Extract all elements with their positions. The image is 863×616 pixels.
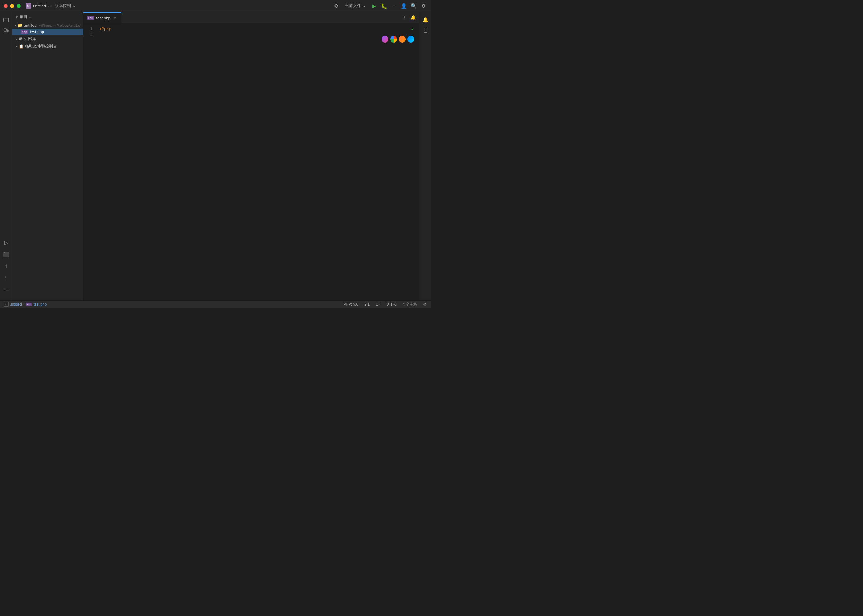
structure-view-button[interactable] bbox=[1, 25, 11, 36]
folder-icon bbox=[3, 17, 9, 22]
debug-button[interactable]: 🐛 bbox=[380, 2, 388, 10]
test-php-label: test.php bbox=[30, 30, 44, 34]
chrome-icon[interactable] bbox=[390, 36, 397, 42]
indent-status[interactable]: 4 个空格 bbox=[402, 302, 418, 307]
more-actions-button[interactable]: ⋯ bbox=[390, 2, 398, 10]
root-folder-icon: 📁 bbox=[17, 23, 22, 28]
terminal-button[interactable]: ⬛ bbox=[1, 249, 11, 260]
more-tools-button[interactable]: ⋯ bbox=[1, 284, 11, 295]
project-tree: ▾ 📁 untitled ~/PhpstormProjects/untitled… bbox=[12, 22, 83, 300]
project-header-chevron: ⌄ bbox=[29, 15, 32, 19]
maximize-button[interactable] bbox=[17, 4, 20, 8]
git-button[interactable]: ⑂ bbox=[1, 273, 11, 283]
titlebar-right: ⚙ 当前文件 ⌄ ▶ 🐛 ⋯ 👤 🔍 ⚙ bbox=[332, 2, 428, 10]
titlebar: U untitled ⌄ 版本控制 ⌄ ⚙ 当前文件 ⌄ ▶ 🐛 ⋯ 👤 🔍 ⚙ bbox=[0, 0, 432, 12]
tab-php-badge: php bbox=[87, 16, 94, 20]
php-version-status[interactable]: PHP: 5.6 bbox=[342, 302, 359, 306]
main-layout: ▷ ⬛ ℹ ⑂ ⋯ ▾ 项目 ⌄ ▾ 📁 untitled ~/Phpstorm… bbox=[0, 12, 432, 300]
database-button[interactable]: 🗄 bbox=[420, 25, 431, 36]
php-badge: php bbox=[21, 30, 28, 34]
run-panel-button[interactable]: ▷ bbox=[1, 237, 11, 248]
svg-rect-2 bbox=[4, 31, 6, 33]
current-file-label: 当前文件 bbox=[345, 3, 361, 9]
tab-close-button[interactable]: ✕ bbox=[112, 16, 117, 20]
current-file-button[interactable]: 当前文件 ⌄ bbox=[342, 2, 369, 10]
tab-options-button[interactable]: ⋮ bbox=[401, 14, 408, 21]
breadcrumb: □ untitled › php test.php bbox=[4, 302, 47, 307]
browser-icons bbox=[381, 36, 414, 42]
code-editor[interactable]: <?php ✓ bbox=[96, 24, 419, 300]
tab-bar: php test.php ✕ ⋮ 🔔 bbox=[83, 12, 419, 24]
ext-icon: 🏛 bbox=[19, 37, 23, 41]
ext-label: 外部库 bbox=[24, 36, 36, 42]
line-numbers: 1 2 bbox=[83, 24, 96, 300]
project-header-label: 项目 bbox=[20, 14, 27, 20]
line-num-2: 2 bbox=[83, 32, 93, 38]
svg-rect-1 bbox=[4, 29, 6, 30]
tab-bar-right: ⋮ 🔔 bbox=[398, 12, 419, 23]
root-folder-item[interactable]: ▾ 📁 untitled ~/PhpstormProjects/untitled bbox=[12, 22, 83, 29]
notifications-button[interactable]: 🔔 bbox=[409, 14, 417, 21]
problems-button[interactable]: ℹ bbox=[1, 261, 11, 271]
safari-icon[interactable] bbox=[408, 36, 414, 42]
file-saved-icon: ✓ bbox=[411, 26, 414, 32]
external-libs-item[interactable]: ▸ 🏛 外部库 bbox=[12, 35, 83, 42]
traffic-lights bbox=[4, 4, 20, 8]
project-icon: U bbox=[25, 3, 31, 9]
statusbar-project-link[interactable]: untitled bbox=[10, 302, 22, 306]
project-header-arrow: ▾ bbox=[16, 16, 18, 19]
current-file-arrow: ⌄ bbox=[362, 4, 365, 8]
root-arrow: ▾ bbox=[15, 24, 16, 27]
editor-content[interactable]: 1 2 <?php ✓ bbox=[83, 24, 419, 300]
root-folder-name: untitled bbox=[24, 23, 37, 28]
right-toolbar: 🔔 🗄 bbox=[419, 12, 432, 300]
notifications-panel-button[interactable]: 🔔 bbox=[420, 14, 431, 25]
statusbar-folder-icon: □ bbox=[4, 302, 9, 307]
settings-icon-btn[interactable]: ⚙ bbox=[332, 2, 340, 10]
project-name-area[interactable]: U untitled ⌄ bbox=[25, 3, 51, 9]
statusbar-left: □ untitled › php test.php bbox=[4, 302, 47, 307]
sidebar: ▾ 项目 ⌄ ▾ 📁 untitled ~/PhpstormProjects/u… bbox=[12, 12, 83, 300]
left-toolbar: ▷ ⬛ ℹ ⑂ ⋯ bbox=[0, 12, 12, 300]
scratch-label: 临时文件和控制台 bbox=[25, 43, 57, 49]
encoding-status[interactable]: UTF-8 bbox=[385, 302, 398, 306]
search-button[interactable]: 🔍 bbox=[409, 2, 418, 10]
scratch-arrow: ▸ bbox=[16, 45, 17, 48]
structure-icon bbox=[3, 28, 9, 34]
folder-view-button[interactable] bbox=[1, 14, 11, 25]
minimize-button[interactable] bbox=[10, 4, 14, 8]
php-open-tag: <?php bbox=[99, 26, 111, 32]
cursor-position-status[interactable]: 2:1 bbox=[363, 302, 371, 306]
statusbar-filename: test.php bbox=[33, 302, 47, 306]
line-ending-status[interactable]: LF bbox=[375, 302, 381, 306]
run-button[interactable]: ▶ bbox=[370, 2, 378, 10]
firefox-icon[interactable] bbox=[399, 36, 406, 42]
tab-spacer bbox=[121, 12, 398, 23]
editor-area: php test.php ✕ ⋮ 🔔 1 2 <?php bbox=[83, 12, 419, 300]
statusbar-php-badge: php bbox=[25, 303, 32, 306]
tab-filename: test.php bbox=[96, 16, 111, 20]
project-name-label: untitled bbox=[33, 4, 46, 8]
ext-arrow: ▸ bbox=[16, 37, 17, 41]
code-line-1: <?php bbox=[99, 26, 416, 32]
scratch-item[interactable]: ▸ 📋 临时文件和控制台 bbox=[12, 42, 83, 50]
close-button[interactable] bbox=[4, 4, 8, 8]
statusbar: □ untitled › php test.php PHP: 5.6 2:1 L… bbox=[0, 300, 432, 308]
project-dropdown-arrow: ⌄ bbox=[48, 4, 51, 8]
settings-gear-icon[interactable]: ⚙ bbox=[422, 302, 428, 306]
root-folder-path: ~/PhpstormProjects/untitled bbox=[39, 24, 81, 27]
test-php-tab[interactable]: php test.php ✕ bbox=[83, 12, 121, 23]
accounts-button[interactable]: 👤 bbox=[400, 2, 408, 10]
line-num-1: 1 bbox=[83, 26, 93, 32]
statusbar-file-link[interactable]: php test.php bbox=[25, 302, 47, 306]
statusbar-right: PHP: 5.6 2:1 LF UTF-8 4 个空格 ⚙ bbox=[342, 302, 428, 307]
breadcrumb-sep: › bbox=[23, 302, 24, 306]
scratch-icon: 📋 bbox=[19, 44, 24, 49]
code-line-2 bbox=[99, 32, 416, 38]
phpstorm-icon[interactable] bbox=[381, 36, 388, 42]
version-control-arrow: ⌄ bbox=[72, 4, 76, 8]
ide-settings-button[interactable]: ⚙ bbox=[419, 2, 428, 10]
test-php-item[interactable]: php test.php bbox=[12, 29, 83, 35]
project-header[interactable]: ▾ 项目 ⌄ bbox=[12, 12, 83, 22]
version-control-button[interactable]: 版本控制 ⌄ bbox=[52, 2, 78, 9]
